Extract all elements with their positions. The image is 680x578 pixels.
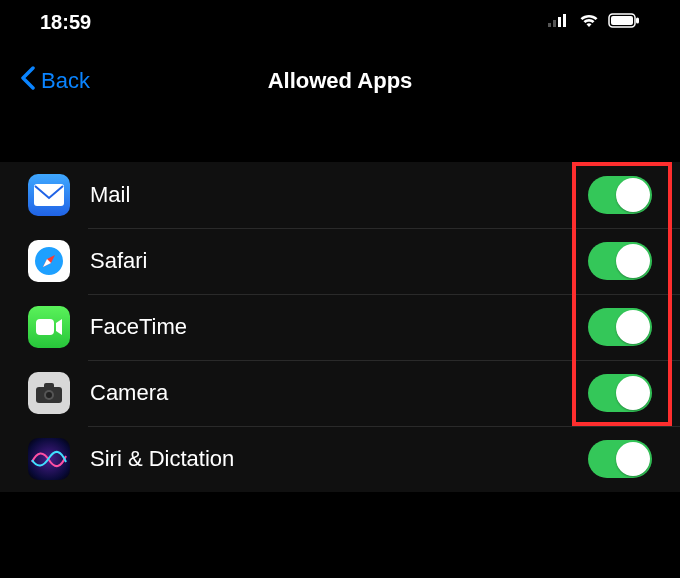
svg-marker-13 bbox=[56, 319, 62, 335]
wifi-icon bbox=[578, 12, 600, 32]
battery-icon bbox=[608, 13, 640, 32]
list-item-facetime: FaceTime bbox=[0, 294, 680, 360]
cellular-icon bbox=[548, 13, 570, 31]
back-label: Back bbox=[41, 68, 90, 94]
toggle-mail[interactable] bbox=[588, 176, 652, 214]
svg-rect-3 bbox=[563, 14, 566, 27]
app-label: Camera bbox=[90, 380, 588, 406]
status-bar: 18:59 bbox=[0, 0, 680, 44]
camera-icon bbox=[28, 372, 70, 414]
safari-icon bbox=[28, 240, 70, 282]
app-label: Mail bbox=[90, 182, 588, 208]
list-item-safari: Safari bbox=[0, 228, 680, 294]
navigation-bar: Back Allowed Apps bbox=[0, 54, 680, 108]
svg-rect-5 bbox=[611, 16, 633, 25]
svg-rect-2 bbox=[558, 17, 561, 27]
svg-rect-0 bbox=[548, 23, 551, 27]
app-label: FaceTime bbox=[90, 314, 588, 340]
svg-rect-1 bbox=[553, 20, 556, 27]
status-time: 18:59 bbox=[40, 11, 91, 34]
svg-rect-7 bbox=[34, 184, 64, 206]
section-gap bbox=[0, 108, 680, 162]
toggle-facetime[interactable] bbox=[588, 308, 652, 346]
list-item-siri: Siri & Dictation bbox=[0, 426, 680, 492]
list-item-camera: Camera bbox=[0, 360, 680, 426]
svg-rect-15 bbox=[44, 383, 54, 389]
svg-rect-6 bbox=[636, 17, 639, 23]
list-item-mail: Mail bbox=[0, 162, 680, 228]
mail-icon bbox=[28, 174, 70, 216]
siri-icon bbox=[28, 438, 70, 480]
facetime-icon bbox=[28, 306, 70, 348]
toggle-siri[interactable] bbox=[588, 440, 652, 478]
svg-rect-12 bbox=[36, 319, 54, 335]
app-label: Siri & Dictation bbox=[90, 446, 588, 472]
svg-point-17 bbox=[46, 392, 52, 398]
toggle-camera[interactable] bbox=[588, 374, 652, 412]
status-icons bbox=[548, 12, 640, 32]
app-label: Safari bbox=[90, 248, 588, 274]
back-button[interactable]: Back bbox=[20, 66, 90, 96]
chevron-left-icon bbox=[20, 66, 35, 96]
allowed-apps-list: Mail Safari FaceTime bbox=[0, 162, 680, 492]
page-title: Allowed Apps bbox=[268, 68, 413, 94]
toggle-safari[interactable] bbox=[588, 242, 652, 280]
